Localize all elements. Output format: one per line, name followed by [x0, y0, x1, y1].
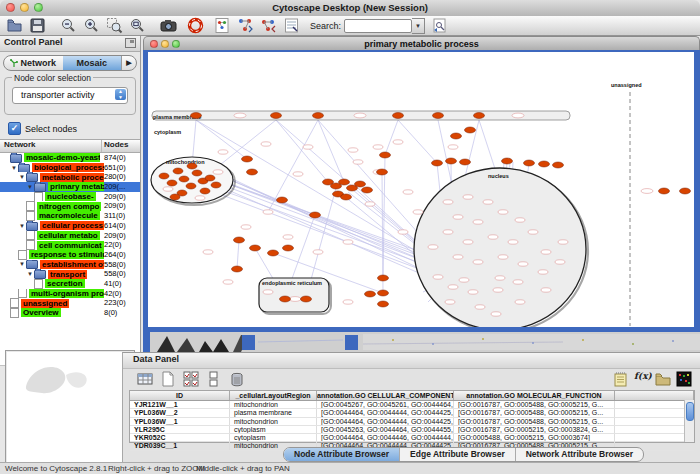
help-lifering-icon[interactable] — [187, 17, 204, 34]
notepad-icon[interactable] — [613, 371, 629, 387]
tree-row[interactable]: ▼metabolic process280(0) — [0, 172, 140, 182]
tab-network-attribute-browser[interactable]: Network Attribute Browser — [516, 448, 643, 461]
zoom-in-icon[interactable] — [83, 17, 100, 34]
table-row[interactable]: YPL036W__2plasma membrane[GO:0044464, GO… — [130, 409, 694, 417]
expand-network-icon[interactable] — [237, 17, 254, 34]
advanced-search-icon[interactable] — [431, 17, 448, 34]
zoom-view-icon[interactable] — [172, 40, 180, 48]
cell-mf[interactable]: [GO:0016787, GO:0005488, GO:0005215, G..… — [454, 401, 615, 408]
unselect-attributes-icon[interactable] — [206, 371, 222, 387]
expand-arrow-icon[interactable]: ▼ — [18, 223, 26, 229]
cell-cc[interactable]: [GO:0044464, GO:0044444, GO:0044425, G..… — [317, 409, 454, 416]
minimize-view-icon[interactable] — [161, 40, 169, 48]
save-session-icon[interactable] — [29, 17, 46, 34]
tree-row[interactable]: cellular metabo209(0) — [0, 231, 140, 241]
tree-row[interactable]: secretion41(0) — [0, 279, 140, 289]
table-row[interactable]: YLR295Ccytoplasm[GO:0045263, GO:0044464,… — [130, 426, 694, 434]
attribute-table-header[interactable]: ID _cellularLayoutRegion annotation.GO C… — [130, 391, 694, 401]
cell-mf[interactable]: [GO:0005488, GO:0005215, GO:0003674] — [454, 434, 615, 441]
tree-row[interactable]: ▼establishment of lo558(0) — [0, 260, 140, 270]
tree-row[interactable]: Overview8(0) — [0, 308, 140, 318]
cell-cc[interactable]: [GO:0044464, GO:0044446, GO:0044444, G..… — [317, 434, 454, 441]
matrix-view-icon[interactable] — [676, 371, 692, 387]
import-attributes-folder-icon[interactable] — [655, 371, 671, 387]
cell-id[interactable]: YPL036W__2 — [130, 409, 230, 416]
tree-row[interactable]: macromolecule311(0) — [0, 211, 140, 221]
tree-row[interactable]: unassigned223(0) — [0, 298, 140, 308]
cell-mf[interactable]: [GO:0016787, GO:0005488, GO:0005215, G..… — [454, 418, 615, 425]
col-region[interactable]: _cellularLayoutRegion — [230, 391, 317, 400]
zoom-fit-icon[interactable] — [129, 17, 146, 34]
tree-row[interactable]: multi-organism pro42(0) — [0, 289, 140, 299]
cell-region[interactable]: plasma membrane — [230, 409, 317, 416]
collapse-network-icon[interactable] — [260, 17, 277, 34]
tree-row[interactable]: cell communicat22(0) — [0, 240, 140, 250]
zoom-selected-icon[interactable] — [106, 17, 123, 34]
tree-row-selected[interactable]: ▼primary metabol209(... — [0, 182, 140, 192]
network-canvas[interactable]: nucleus mitochondrion plasma membrane cy… — [148, 52, 694, 327]
cell-id[interactable]: YDR039C__1 — [130, 442, 230, 449]
expand-arrow-icon[interactable]: ▼ — [18, 261, 26, 267]
cell-region[interactable]: mitochondrion — [230, 418, 317, 425]
col-cellular-component[interactable]: annotation.GO CELLULAR_COMPONENT — [317, 391, 454, 400]
table-row[interactable]: YJR121W__1mitochondrion[GO:0045267, GO:0… — [130, 401, 694, 409]
nucleus-region[interactable]: nucleus — [414, 168, 588, 327]
expand-arrow-icon[interactable]: ▼ — [26, 271, 34, 277]
cell-region[interactable]: cytoplasm — [230, 426, 317, 433]
expand-arrow-icon[interactable]: ▼ — [10, 165, 18, 171]
tab-mosaic[interactable]: Mosaic — [63, 56, 122, 70]
zoom-window-icon[interactable] — [34, 3, 43, 12]
cell-id[interactable]: YKR052C — [130, 434, 230, 441]
table-row[interactable]: YPL036W__1mitochondrion[GO:0044464, GO:0… — [130, 418, 694, 426]
zoom-out-icon[interactable] — [60, 17, 77, 34]
cell-region[interactable]: cytoplasm — [230, 434, 317, 441]
tab-network[interactable]: Network — [4, 56, 63, 70]
tab-node-attribute-browser[interactable]: Node Attribute Browser — [284, 448, 400, 461]
new-attribute-icon[interactable] — [160, 371, 176, 387]
open-file-icon[interactable] — [6, 17, 23, 34]
close-view-icon[interactable] — [150, 40, 158, 48]
tree-row[interactable]: nitrogen compo209(0) — [0, 201, 140, 211]
cell-region[interactable]: mitochondrion — [230, 401, 317, 408]
attribute-table[interactable]: ID _cellularLayoutRegion annotation.GO C… — [129, 390, 695, 443]
cell-mf[interactable]: [GO:0016787, GO:0005488, GO:0005215, G..… — [454, 409, 615, 416]
tree-row[interactable]: ▼transport558(0) — [0, 269, 140, 279]
search-input[interactable] — [344, 19, 412, 33]
select-attributes-icon[interactable] — [183, 371, 199, 387]
formula-builder-icon[interactable]: f(x) — [634, 371, 650, 387]
table-row[interactable]: YKR052Ccytoplasm[GO:0044464, GO:0044446,… — [130, 434, 694, 442]
tree-row[interactable]: response to stimulu264(0) — [0, 250, 140, 260]
endoplasmic-reticulum-region[interactable]: endoplasmic reticulum — [259, 278, 331, 314]
network-window-titlebar[interactable]: primary metabolic process — [143, 36, 700, 50]
attribute-browser-icon[interactable] — [283, 17, 300, 34]
attribute-table-icon[interactable] — [137, 371, 153, 387]
cell-cc[interactable]: [GO:0045263, GO:0044464, GO:0044455, G..… — [317, 426, 454, 433]
col-id[interactable]: ID — [130, 391, 230, 400]
cell-id[interactable]: YJR121W__1 — [130, 401, 230, 408]
expand-arrow-icon[interactable]: ▼ — [26, 184, 34, 190]
cell-cc[interactable]: [GO:0044464, GO:0044444, GO:0044425, G..… — [317, 418, 454, 425]
delete-attribute-trash-icon[interactable] — [229, 371, 245, 387]
combo-stepper-icon[interactable]: ▲▼ — [115, 89, 126, 100]
select-nodes-checkbox[interactable]: ✓ — [8, 122, 21, 135]
search-dropdown-icon[interactable]: ▼ — [412, 18, 425, 34]
cell-id[interactable]: YPL036W__1 — [130, 418, 230, 425]
birdseye-view[interactable] — [5, 350, 135, 474]
cell-mf[interactable]: [GO:0016787, GO:0005215, GO:0003824, G..… — [454, 426, 615, 433]
tab-edge-attribute-browser[interactable]: Edge Attribute Browser — [400, 448, 516, 461]
tree-row[interactable]: mosaic-demo-yeast874(0) — [0, 153, 140, 163]
network-view-icon[interactable] — [214, 17, 231, 34]
expand-arrow-icon[interactable]: ▼ — [18, 174, 26, 180]
cell-cc[interactable]: [GO:0045267, GO:0045261, GO:0044464, G..… — [317, 401, 454, 408]
tree-row[interactable]: ▼biological_process651(0) — [0, 163, 140, 173]
tree-row[interactable]: nucleobase-209(0) — [0, 192, 140, 202]
tree-row[interactable]: ▼cellular process614(0) — [0, 221, 140, 231]
table-scrollbar[interactable] — [684, 400, 694, 442]
tab-overflow-arrow-icon[interactable]: ▶ — [121, 56, 136, 70]
col-molecular-function[interactable]: annotation.GO MOLECULAR_FUNCTION — [454, 391, 615, 400]
minimize-window-icon[interactable] — [20, 3, 29, 12]
close-window-icon[interactable] — [6, 3, 15, 12]
cell-id[interactable]: YLR295C — [130, 426, 230, 433]
snapshot-camera-icon[interactable] — [160, 17, 177, 34]
node-color-attribute-select[interactable]: transporter activity ▲▼ — [12, 87, 128, 104]
